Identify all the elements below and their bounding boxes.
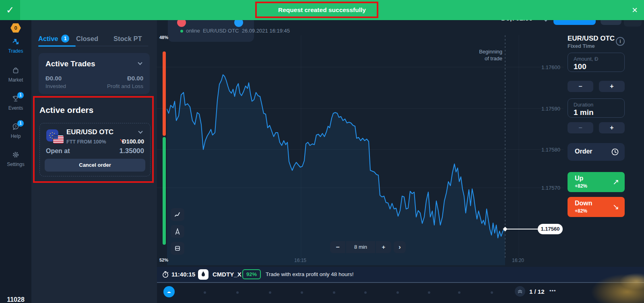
tab-active-underline — [38, 45, 76, 47]
arrow-up-right-icon: ↗ — [613, 177, 619, 186]
duration-field[interactable]: Duration 1 min — [568, 98, 625, 118]
oil-drop-icon — [198, 269, 208, 280]
beginning-of-trade-label: Beginning of trade — [459, 48, 502, 62]
order-panel-pair: EUR/USD OTC — [568, 35, 615, 43]
active-trades-title: Active Trades — [45, 59, 95, 68]
up-label: Up — [575, 175, 583, 182]
time-label: 16:15 — [294, 258, 306, 263]
asset-slider-bar: 1 / 12 ••• — [157, 282, 644, 303]
price-chart[interactable] — [157, 32, 564, 267]
duration-minus-button[interactable]: − — [568, 122, 593, 133]
down-percent: +82% — [575, 208, 587, 214]
notification-hex-badge[interactable]: 0 — [10, 23, 21, 33]
timeline-dot[interactable] — [491, 291, 493, 294]
chart-area: online EUR/USD OTC 26.09.2021 16:19:45 4… — [157, 20, 644, 267]
timeline-dot[interactable] — [204, 291, 206, 294]
amount-plus-button[interactable]: + — [599, 81, 625, 92]
sidebar-item-events[interactable]: 1 Events — [0, 94, 31, 111]
price-area — [167, 75, 505, 265]
tab-active[interactable]: Active — [38, 35, 58, 43]
amount-field[interactable]: Amount, Đ 100 — [568, 53, 625, 72]
layout-button[interactable] — [171, 242, 184, 255]
down-button[interactable]: Down +82% ↘ — [568, 197, 625, 217]
help-badge: 1 — [17, 120, 24, 127]
split-rows-icon — [174, 245, 181, 252]
price-label: 1.17570 — [541, 185, 560, 191]
chevron-down-icon[interactable] — [138, 60, 142, 65]
slider-handle[interactable] — [163, 286, 175, 297]
sidebar-item-help[interactable]: ? 1 Help — [0, 123, 31, 139]
timeline-dot[interactable] — [269, 291, 271, 294]
ticker-symbol[interactable]: CMDTY_X — [213, 271, 242, 278]
order-panel-type: Fixed Time — [568, 43, 595, 49]
duration-label: Duration — [574, 102, 593, 108]
price-label: 1.17580 — [541, 147, 560, 153]
tabs-divider — [76, 46, 148, 46]
sidebar-label-settings: Settings — [0, 162, 31, 167]
slider-handle-icon — [163, 286, 175, 297]
tab-closed[interactable]: Closed — [76, 35, 98, 43]
layers-icon — [515, 286, 525, 297]
commodity-tile — [198, 269, 208, 280]
check-icon: ✓ — [0, 0, 20, 20]
timeframe-value[interactable]: 8 min — [346, 241, 375, 253]
amount-value: 100 — [574, 62, 586, 71]
line-chart-icon — [174, 211, 181, 218]
timeline-dot[interactable] — [458, 291, 460, 294]
sidebar-label-events: Events — [0, 105, 31, 111]
chart-type-button[interactable] — [171, 208, 184, 221]
timeline-dot[interactable] — [333, 291, 335, 294]
down-label: Down — [575, 200, 592, 207]
tab-stock-pt[interactable]: Stock PT — [114, 35, 142, 43]
ticker-percent-badge: 92% — [242, 269, 261, 279]
scroll-right-button[interactable]: › — [394, 241, 406, 253]
annotation-box-banner — [255, 2, 378, 18]
active-trades-card[interactable]: Active Trades Đ0.00 Invested Đ0.00 Profi… — [39, 53, 150, 94]
price-label: 1.17600 — [541, 64, 560, 70]
timeframe-plus-button[interactable]: + — [376, 241, 391, 253]
invested-label: Invested — [45, 83, 66, 89]
arrow-down-right-icon: ↘ — [613, 202, 619, 211]
duration-value: 1 min — [574, 108, 594, 117]
close-icon[interactable]: × — [632, 4, 638, 16]
annotation-box-active-orders — [33, 96, 154, 183]
settings-gear-icon — [12, 151, 20, 159]
timeframe-minus-button[interactable]: − — [330, 241, 345, 253]
ticker-message: Trade with extra profit only 48 hours! — [266, 271, 354, 277]
price-label: 1.17590 — [541, 106, 560, 112]
sidebar-label-trades: Trades — [0, 48, 31, 54]
amount-label: Amount, Đ — [574, 56, 598, 62]
online-count: 11028 — [0, 296, 31, 303]
market-bag-icon — [12, 66, 20, 74]
timeframe-control: − 8 min + — [330, 241, 391, 253]
up-percent: +82% — [575, 183, 587, 189]
timeline-dot[interactable] — [301, 291, 303, 294]
order-button-label: Order — [575, 148, 592, 155]
page-indicator: 1 / 12 — [529, 288, 545, 295]
sidebar-item-market[interactable]: Market — [0, 66, 31, 83]
info-icon[interactable]: i — [616, 37, 625, 46]
timeline-dot[interactable] — [396, 291, 399, 294]
sidebar-label-help: Help — [0, 133, 31, 139]
promo-ticker-bar: 11:40:15 CMDTY_X 92% Trade with extra pr… — [157, 267, 644, 282]
timeline-dot[interactable] — [364, 291, 367, 294]
up-button[interactable]: Up +82% ↗ — [568, 172, 625, 192]
sidebar-item-settings[interactable]: Settings — [0, 151, 31, 167]
timeline-dot[interactable] — [236, 291, 239, 294]
trades-icon — [12, 37, 20, 45]
tab-active-badge: 1 — [61, 35, 69, 43]
order-button[interactable]: Order — [568, 143, 625, 161]
stopwatch-icon — [162, 271, 169, 278]
trading-app: online EUR/USD OTC 26.09.2021 16:19:45 4… — [0, 0, 644, 303]
ticker-time: 11:40:15 — [171, 271, 195, 278]
layers-button[interactable] — [515, 286, 525, 297]
drawing-tools-button[interactable] — [171, 225, 184, 238]
events-badge: 1 — [17, 92, 24, 98]
invested-value: Đ0.00 — [45, 75, 62, 82]
amount-minus-button[interactable]: − — [568, 81, 593, 92]
compass-icon — [174, 228, 181, 235]
timeline-dot[interactable] — [428, 291, 430, 294]
more-button[interactable]: ••• — [549, 288, 556, 294]
sidebar-item-trades[interactable]: Trades — [0, 37, 31, 54]
duration-plus-button[interactable]: + — [599, 122, 625, 133]
